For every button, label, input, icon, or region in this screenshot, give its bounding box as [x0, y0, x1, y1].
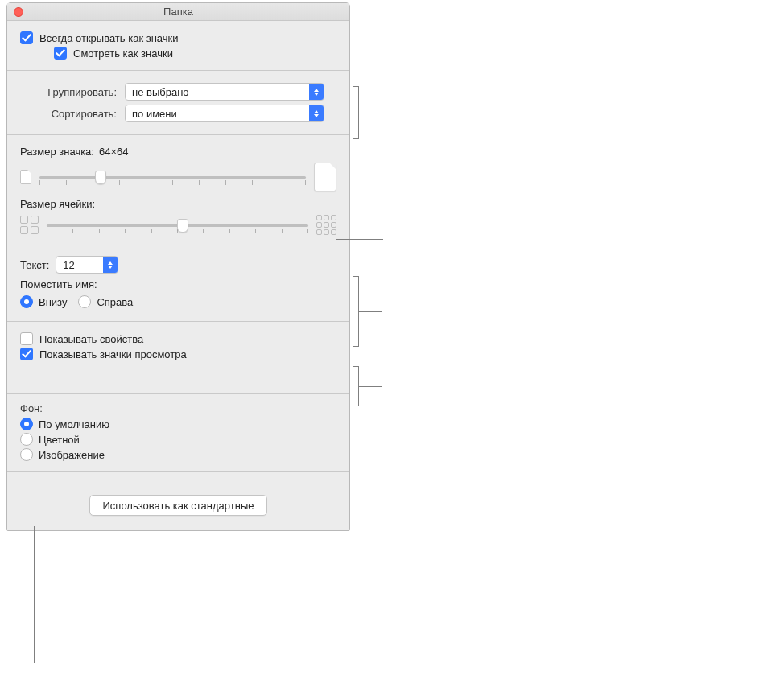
sort-by-label: Сортировать: [20, 108, 125, 120]
group-by-value: не выбрано [126, 86, 309, 98]
small-file-icon [20, 170, 31, 184]
grid-spacing-label: Размер ячейки: [20, 198, 95, 210]
label-position-right-text: Справа [97, 296, 133, 308]
text-size-value: 12 [56, 259, 103, 271]
show-preview-label: Показывать значки просмотра [39, 348, 187, 360]
grid-large-icon [316, 215, 336, 235]
show-preview-checkbox[interactable] [20, 348, 33, 360]
background-color-radio[interactable] [20, 433, 33, 446]
updown-icon [309, 105, 324, 121]
view-as-icons-label: Смотреть как значки [73, 47, 173, 60]
large-file-icon [314, 163, 336, 191]
show-properties-checkbox[interactable] [20, 332, 33, 345]
view-as-icons-checkbox[interactable] [54, 47, 67, 60]
section-show: Показывать свойства Показывать значки пр… [7, 322, 349, 381]
background-label: Фон: [20, 402, 336, 414]
callout-line-grid-spacing [336, 239, 383, 240]
callout-line-icon-size [336, 191, 383, 191]
always-open-as-icons-label: Всегда открывать как значки [39, 32, 179, 44]
label-position-bottom-text: Внизу [39, 296, 67, 308]
use-as-defaults-button[interactable]: Использовать как стандартные [89, 495, 268, 516]
callout-line-background-image [34, 526, 35, 663]
window-controls [7, 7, 23, 17]
show-properties-label: Показывать свойства [39, 333, 143, 345]
icon-size-label: Размер значка: [20, 146, 94, 158]
background-image-label: Изображение [39, 449, 105, 461]
label-position-right-option[interactable]: Справа [78, 295, 133, 308]
background-default-label: По умолчанию [39, 418, 109, 430]
sort-by-select[interactable]: по имени [125, 105, 324, 122]
background-image-radio[interactable] [20, 448, 33, 461]
label-position-right-radio[interactable] [78, 295, 91, 308]
background-default-radio[interactable] [20, 418, 33, 430]
section-text: Текст: 12 Поместить имя: Внизу Справа [7, 245, 349, 322]
icon-size-slider[interactable] [39, 169, 306, 185]
text-size-select[interactable]: 12 [56, 256, 118, 274]
label-position-bottom-option[interactable]: Внизу [20, 295, 67, 308]
callout-bracket-text [353, 276, 359, 347]
close-window-button[interactable] [14, 7, 23, 17]
section-sizes: Размер значка: 64×64 Размер ячейки: [7, 135, 349, 245]
sort-by-value: по имени [126, 108, 309, 120]
text-size-label: Текст: [20, 259, 49, 271]
titlebar: Папка [7, 3, 349, 21]
label-position-label: Поместить имя: [20, 278, 97, 290]
callout-bracket-grouping [353, 86, 359, 139]
grid-small-icon [20, 216, 39, 234]
label-position-bottom-radio[interactable] [20, 295, 33, 308]
section-grouping: Группировать: не выбрано Сортировать: по… [7, 71, 349, 135]
window-title: Папка [7, 6, 349, 18]
grid-spacing-slider[interactable] [47, 217, 308, 233]
group-by-label: Группировать: [20, 86, 125, 98]
callout-bracket-show [353, 366, 359, 406]
group-by-select[interactable]: не выбрано [125, 83, 324, 101]
section-spacer [7, 381, 349, 394]
icon-size-value: 64×64 [99, 146, 129, 158]
footer: Использовать как стандартные [7, 472, 349, 530]
section-background: Фон: По умолчанию Цветной Изображение [7, 394, 349, 472]
updown-icon [103, 257, 118, 273]
section-open-as: Всегда открывать как значки Смотреть как… [7, 21, 349, 71]
always-open-as-icons-checkbox[interactable] [20, 31, 33, 44]
updown-icon [309, 84, 324, 100]
background-color-label: Цветной [39, 434, 80, 446]
view-options-panel: Папка Всегда открывать как значки Смотре… [6, 2, 350, 531]
